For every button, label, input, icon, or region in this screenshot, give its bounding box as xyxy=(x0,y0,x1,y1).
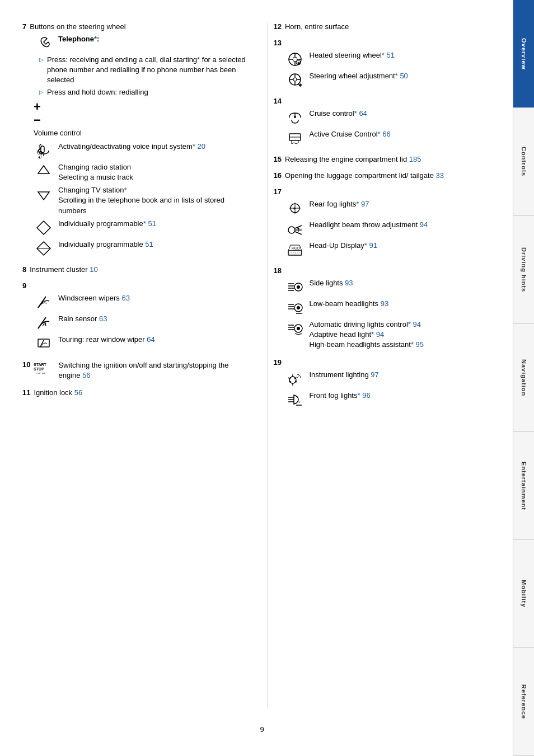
bullet-2: ▷ Press and hold down: redialling xyxy=(39,87,251,97)
section-13-header: 13 xyxy=(274,39,502,47)
cruise-text: Cruise control* 64 xyxy=(310,109,367,119)
section-11-header: 11 Ignition lock 56 xyxy=(22,388,251,397)
low-beam-item: Low-beam headlights 93 xyxy=(285,299,502,317)
phone-icon xyxy=(34,34,54,52)
svg-point-15 xyxy=(293,57,297,62)
cruise-item: Cruise control* 64 xyxy=(285,109,502,126)
sidebar-tab-driving-hints[interactable]: Driving hints xyxy=(513,216,534,324)
rear-fog-text: Rear fog lights* 97 xyxy=(310,199,369,209)
start-stop-text: Switching the ignition on/off and starti… xyxy=(58,360,250,381)
section-7: 7 Buttons on the steering wheel Telephon… xyxy=(22,22,251,257)
front-fog-text: Front fog lights* 96 xyxy=(310,391,371,401)
auto-lights-item: Automatic driving lights control* 94Adap… xyxy=(285,320,502,350)
beam-adj-item: Headlight beam throw adjustment 94 xyxy=(285,220,502,238)
beam-adj-svg xyxy=(286,220,304,238)
section-16-title: Opening the luggage compartment lid/ tai… xyxy=(285,171,444,180)
instrument-light-item: J Instrument lighting 97 xyxy=(285,370,502,388)
right-column: 12 Horn, entire surface 13 xyxy=(268,22,502,708)
svg-marker-5 xyxy=(37,221,50,234)
acc-item: Active Cruise Control* 66 xyxy=(285,129,502,147)
rain-text: Rain sensor 63 xyxy=(58,314,107,324)
wheel-adj-svg: ✱ xyxy=(286,71,304,89)
beam-adj-icon xyxy=(285,220,305,238)
section-14-num: 14 xyxy=(274,97,282,105)
wiper-svg xyxy=(35,293,53,311)
front-fog-item: + Front fog lights* 96 xyxy=(285,391,502,408)
telephone-sub: Telephone*: xyxy=(34,34,251,52)
section-7-num: 7 xyxy=(22,22,26,31)
sidebar-tab-navigation[interactable]: Navigation xyxy=(513,324,534,432)
section-16: 16 Opening the luggage compartment lid/ … xyxy=(274,171,502,180)
two-col-layout: 7 Buttons on the steering wheel Telephon… xyxy=(22,22,502,708)
hud-svg: HUD xyxy=(286,241,304,259)
voice-svg: 𝄞 xyxy=(35,142,53,159)
front-fog-svg: + xyxy=(286,391,304,408)
side-lights-svg xyxy=(286,278,304,296)
section-8-header: 8 Instrument cluster 10 xyxy=(22,265,251,274)
phone-svg xyxy=(35,34,53,52)
heated-wheel-item: ✱ Heated steering wheel* 51 xyxy=(285,50,502,68)
radio-text: Changing radio stationSelecting a music … xyxy=(58,162,133,182)
auto-lights-text: Automatic driving lights control* 94Adap… xyxy=(310,320,424,350)
side-lights-icon xyxy=(285,278,305,296)
rear-fog-svg: + xyxy=(286,199,304,217)
section-17: 17 + Rear fog lights* 97 xyxy=(274,187,502,259)
section-8-num: 8 xyxy=(22,265,26,274)
instrument-light-text: Instrument lighting 97 xyxy=(310,370,379,380)
acc-icon xyxy=(285,129,305,147)
sidebar: Overview Controls Driving hints Navigati… xyxy=(513,0,534,756)
front-fog-icon: + xyxy=(285,391,305,408)
section-15-title: Releasing the engine compartment lid 185 xyxy=(285,155,421,163)
section-11: 11 Ignition lock 56 xyxy=(22,388,251,397)
voice-text: Activating/deactivating voice input syst… xyxy=(58,142,205,152)
tv-text: Changing TV station*Scrolling in the tel… xyxy=(58,185,251,216)
svg-point-54 xyxy=(297,285,300,289)
page-number: 9 xyxy=(22,725,502,734)
bullet-2-text: Press and hold down: redialling xyxy=(47,87,148,97)
section-10: 10 START STOP ENGINE Switching the ignit… xyxy=(22,360,251,381)
wiper-item: Windscreen wipers 63 xyxy=(34,293,251,311)
svg-text:HUD: HUD xyxy=(292,246,300,250)
sidebar-tab-overview[interactable]: Overview xyxy=(513,0,534,108)
low-beam-icon xyxy=(285,299,305,317)
cruise-icon xyxy=(285,109,305,126)
section-12-title: Horn, entire surface xyxy=(285,22,349,31)
section-9: 9 Windscreen wipers 63 xyxy=(22,281,251,353)
section-8-title: Instrument cluster 10 xyxy=(30,265,97,274)
rain-svg: A xyxy=(35,314,53,332)
svg-text:J: J xyxy=(296,373,299,379)
voice-input-item: 𝄞 Activating/deactivating voice input sy… xyxy=(34,142,251,159)
section-11-title: Ignition lock 56 xyxy=(34,388,82,397)
instrument-light-svg: J xyxy=(286,370,304,388)
heated-wheel-svg: ✱ xyxy=(286,50,304,68)
section-16-header: 16 Opening the luggage compartment lid/ … xyxy=(274,171,502,180)
svg-point-31 xyxy=(294,116,296,118)
section-15: 15 Releasing the engine compartment lid … xyxy=(274,155,502,163)
page-container: 7 Buttons on the steering wheel Telephon… xyxy=(0,0,534,756)
rear-fog-icon: + xyxy=(285,199,305,217)
arrow-up-svg xyxy=(35,162,53,180)
section-17-header: 17 xyxy=(274,187,502,196)
section-17-num: 17 xyxy=(274,187,282,196)
svg-text:STOP: STOP xyxy=(34,367,44,371)
beam-adj-text: Headlight beam throw adjustment 94 xyxy=(310,220,428,230)
arrow-lr-item: Individually programmable 51 xyxy=(34,240,251,257)
section-18-header: 18 xyxy=(274,266,502,275)
section-19-header: 19 xyxy=(274,358,502,367)
section-15-header: 15 Releasing the engine compartment lid … xyxy=(274,155,502,163)
rear-fog-item: + Rear fog lights* 97 xyxy=(285,199,502,217)
instrument-light-icon: J xyxy=(285,370,305,388)
rear-wiper-svg xyxy=(35,335,53,353)
heated-wheel-icon: ✱ xyxy=(285,50,305,68)
sidebar-tab-entertainment[interactable]: Entertainment xyxy=(513,432,534,540)
wiper-text: Windscreen wipers 63 xyxy=(58,293,130,303)
side-lights-item: Side lights 93 xyxy=(285,278,502,296)
sidebar-tab-mobility[interactable]: Mobility xyxy=(513,540,534,648)
acc-svg xyxy=(286,129,304,147)
svg-text:START: START xyxy=(34,363,47,367)
sidebar-tab-reference[interactable]: Reference xyxy=(513,648,534,756)
sidebar-tab-controls[interactable]: Controls xyxy=(513,108,534,216)
side-lights-text: Side lights 93 xyxy=(310,278,353,288)
voice-icon: 𝄞 xyxy=(34,142,54,159)
section-7-title: Buttons on the steering wheel xyxy=(30,22,125,31)
